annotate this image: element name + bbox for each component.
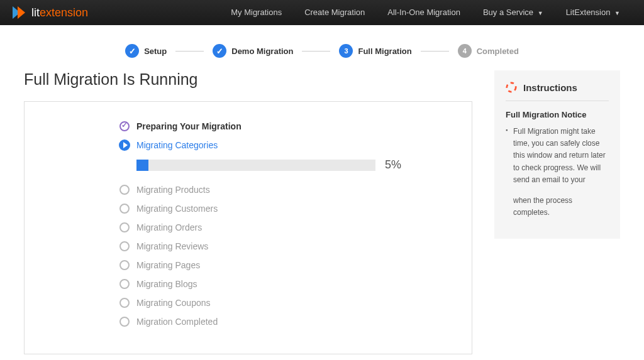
logo-text-ext: extension bbox=[40, 6, 88, 19]
migration-step-categories: Migrating Categories bbox=[119, 139, 453, 151]
checkmark-icon: ✓ bbox=[129, 46, 136, 56]
nav-items: My Migrations Create Migration All-In-On… bbox=[219, 0, 631, 26]
pending-icon bbox=[119, 316, 130, 327]
step-blogs-label: Migrating Blogs bbox=[136, 279, 197, 289]
done-icon bbox=[119, 121, 130, 132]
pending-icon bbox=[119, 278, 130, 290]
sidebar-notice-part1: Full Migration might take time, you can … bbox=[513, 126, 609, 186]
step-full-circle: 3 bbox=[339, 44, 353, 58]
progress-bar bbox=[136, 160, 375, 171]
step-full-migration: 3 Full Migration bbox=[339, 44, 411, 58]
step-setup: ✓ Setup bbox=[125, 44, 167, 58]
logo-text-lit: lit bbox=[31, 6, 40, 19]
step-categories-label: Migrating Categories bbox=[136, 140, 218, 150]
step-setup-circle: ✓ bbox=[125, 44, 139, 58]
nav-buy-service[interactable]: Buy a Service ▼ bbox=[472, 0, 555, 26]
step-full-label: Full Migration bbox=[358, 46, 411, 56]
step-completed-circle: 4 bbox=[458, 44, 472, 58]
progress-fill bbox=[136, 160, 148, 171]
nav-litextension[interactable]: LitExtension ▼ bbox=[555, 0, 631, 26]
migration-step-reviews: Migrating Reviews bbox=[119, 241, 453, 252]
sidebar-notice-part2: when the process completes. bbox=[513, 195, 609, 219]
step-reviews-label: Migrating Reviews bbox=[136, 241, 208, 251]
sidebar-notice-item: Full Migration might take time, you can … bbox=[513, 126, 609, 219]
caret-down-icon: ▼ bbox=[538, 10, 543, 16]
svg-point-0 bbox=[507, 83, 516, 92]
step-orders-label: Migrating Orders bbox=[136, 222, 202, 232]
nav-all-in-one[interactable]: All-In-One Migration bbox=[376, 0, 472, 26]
sidebar-subtitle: Full Migration Notice bbox=[506, 110, 609, 119]
running-icon bbox=[119, 139, 130, 151]
pending-icon bbox=[119, 222, 130, 233]
lifesaver-icon bbox=[506, 82, 517, 93]
logo[interactable]: litextension bbox=[13, 6, 88, 19]
logo-icon bbox=[13, 6, 28, 19]
step-demo-label: Demo Migration bbox=[231, 46, 293, 56]
sidebar-title: Instructions bbox=[523, 82, 577, 93]
step-connector bbox=[175, 51, 204, 52]
step-preparing-label: Preparing Your Migration bbox=[136, 121, 242, 131]
page-title: Full Migration Is Running bbox=[24, 70, 472, 89]
migration-step-completed: Migration Completed bbox=[119, 316, 453, 327]
checkmark-icon: ✓ bbox=[216, 46, 223, 56]
nav-create-migration[interactable]: Create Migration bbox=[293, 0, 376, 26]
migration-step-customers: Migrating Customers bbox=[119, 203, 453, 214]
step-completed: 4 Completed bbox=[458, 44, 519, 58]
pending-icon bbox=[119, 184, 130, 195]
migration-step-blogs: Migrating Blogs bbox=[119, 278, 453, 290]
migration-step-coupons: Migrating Coupons bbox=[119, 297, 453, 308]
migration-step-preparing: Preparing Your Migration bbox=[119, 121, 453, 132]
step-completed-label: Completed bbox=[477, 46, 519, 56]
progress-row: 5% bbox=[136, 158, 453, 172]
step-customers-label: Migrating Customers bbox=[136, 204, 218, 214]
pending-icon bbox=[119, 241, 130, 252]
instructions-sidebar: Instructions Full Migration Notice Full … bbox=[494, 70, 620, 239]
step-connector bbox=[421, 51, 449, 52]
migration-step-products: Migrating Products bbox=[119, 184, 453, 195]
step-coupons-label: Migrating Coupons bbox=[136, 298, 211, 308]
pending-icon bbox=[119, 259, 130, 271]
migration-step-orders: Migrating Orders bbox=[119, 222, 453, 233]
step-completed-label: Migration Completed bbox=[136, 317, 218, 327]
sidebar-notice-list: Full Migration might take time, you can … bbox=[506, 126, 609, 219]
caret-down-icon: ▼ bbox=[614, 10, 620, 16]
sidebar-header: Instructions bbox=[506, 82, 609, 101]
step-demo-circle: ✓ bbox=[213, 44, 226, 58]
step-setup-label: Setup bbox=[144, 46, 167, 56]
step-products-label: Migrating Products bbox=[136, 185, 210, 195]
top-navbar: litextension My Migrations Create Migrat… bbox=[0, 0, 644, 25]
pending-icon bbox=[119, 297, 130, 308]
main-content: Full Migration Is Running Preparing Your… bbox=[24, 70, 472, 354]
progress-stepper: ✓ Setup ✓ Demo Migration 3 Full Migratio… bbox=[0, 25, 644, 70]
step-connector bbox=[302, 51, 330, 52]
step-pages-label: Migrating Pages bbox=[136, 260, 200, 270]
step-demo-migration: ✓ Demo Migration bbox=[213, 44, 293, 58]
main-container: Full Migration Is Running Preparing Your… bbox=[0, 70, 644, 360]
nav-my-migrations[interactable]: My Migrations bbox=[219, 0, 293, 26]
progress-percentage: 5% bbox=[385, 158, 401, 172]
migration-step-pages: Migrating Pages bbox=[119, 259, 453, 271]
migration-panel: Preparing Your Migration Migrating Categ… bbox=[24, 101, 472, 354]
pending-icon bbox=[119, 203, 130, 214]
